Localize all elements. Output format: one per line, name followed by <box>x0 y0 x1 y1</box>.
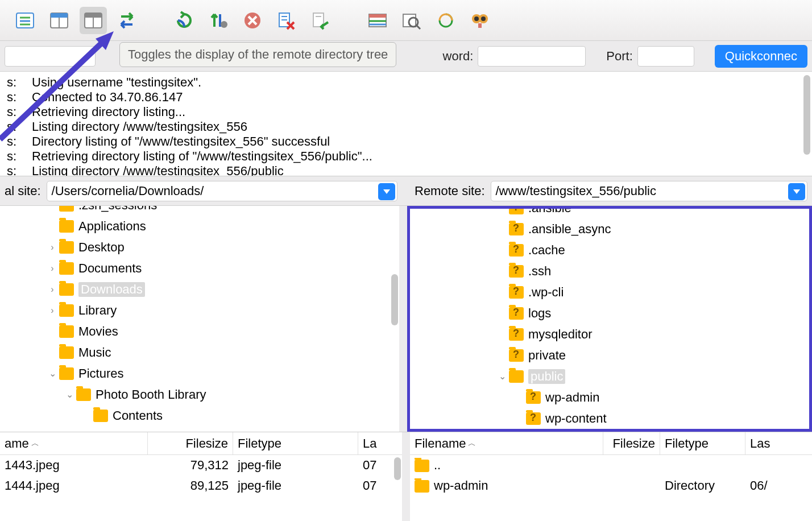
tree-item[interactable]: ⌄Pictures <box>0 363 399 384</box>
tree-item[interactable]: Movies <box>0 321 399 342</box>
sync-browsing-icon[interactable] <box>432 7 459 34</box>
compare-icon[interactable] <box>364 7 391 34</box>
folder-icon <box>59 262 74 275</box>
tree-item[interactable]: mysqleditor <box>410 324 809 345</box>
tree-item-label: .ssh <box>528 264 551 279</box>
scrollbar[interactable] <box>391 274 398 325</box>
local-file-list[interactable]: ame ︿ Filesize Filetype La 1443.jpeg79,3… <box>0 432 402 521</box>
log-line: Using username "testingsitex". <box>32 75 805 90</box>
tree-item[interactable]: .ssh <box>410 260 809 282</box>
tree-item[interactable]: wp-admin <box>410 387 809 408</box>
password-input[interactable] <box>478 46 586 67</box>
tree-item[interactable]: Contents <box>0 405 399 426</box>
tree-item[interactable]: ›Library <box>0 300 399 321</box>
log-line: Directory listing of "/www/testingsitex_… <box>32 134 805 149</box>
port-input[interactable] <box>637 46 694 67</box>
tree-item[interactable]: ›Documents <box>0 258 399 279</box>
remote-tree[interactable]: .ansible.ansible_async.cache.ssh.wp-clil… <box>407 206 812 432</box>
svg-point-30 <box>474 16 479 21</box>
refresh-icon[interactable] <box>171 7 198 34</box>
dropdown-icon[interactable] <box>788 183 805 200</box>
twisty-icon[interactable]: › <box>45 284 59 295</box>
tree-item[interactable]: ⌄public <box>410 366 809 387</box>
remote-list-header[interactable]: Filename ︿ Filesize Filetype Las <box>410 432 812 455</box>
sitemanager-icon[interactable] <box>11 7 39 34</box>
tree-item[interactable]: Applications <box>0 216 399 237</box>
local-list-header[interactable]: ame ︿ Filesize Filetype La <box>0 432 402 455</box>
tree-item-label: mysqleditor <box>528 327 592 342</box>
port-label: Port: <box>606 49 632 64</box>
log-line: Connected to 34.70.86.147 <box>32 90 805 105</box>
twisty-icon[interactable]: › <box>45 305 59 316</box>
process-queue-icon[interactable] <box>205 7 232 34</box>
folder-icon <box>509 307 524 320</box>
folder-icon <box>415 480 429 493</box>
tree-item-label: private <box>528 348 566 363</box>
tree-item[interactable]: ›Downloads <box>0 279 399 300</box>
tree-panels: .zsh_sessionsApplications›Desktop›Docume… <box>0 206 812 432</box>
twisty-icon[interactable]: ⌄ <box>45 368 59 379</box>
tree-item[interactable]: .wp-cli <box>410 282 809 303</box>
tree-item[interactable]: ›Desktop <box>0 237 399 258</box>
tree-item-label: Music <box>78 345 111 360</box>
dropdown-icon[interactable] <box>378 183 395 200</box>
tree-item-label: Documents <box>78 261 142 276</box>
folder-icon <box>93 410 108 422</box>
toggle-remote-tree-icon[interactable] <box>80 7 107 34</box>
tree-item[interactable]: wp-content <box>410 408 809 429</box>
tree-item-label: Library <box>78 303 117 318</box>
tree-item-label: wp-content <box>545 411 607 426</box>
quickconnect-button[interactable]: Quickconnec <box>715 45 807 68</box>
folder-icon <box>76 388 91 401</box>
folder-icon <box>509 349 524 362</box>
file-row[interactable]: .. <box>410 455 812 475</box>
file-row[interactable]: wp-adminDirectory06/ <box>410 475 812 496</box>
remote-path-combo[interactable]: /www/testingsitex_556/public <box>491 181 808 201</box>
file-row[interactable]: 1444.jpeg89,125jpeg-file07 <box>0 475 402 496</box>
remote-file-list[interactable]: Filename ︿ Filesize Filetype Las ..wp-ad… <box>410 432 812 521</box>
tree-item-label: Desktop <box>78 240 125 255</box>
tree-item[interactable]: Music <box>0 342 399 363</box>
tree-item[interactable]: .zsh_sessions <box>0 206 399 216</box>
find-icon[interactable] <box>466 7 494 34</box>
cancel-icon[interactable] <box>239 7 266 34</box>
local-path-combo[interactable]: /Users/cornelia/Downloads/ <box>47 181 397 201</box>
site-bars: al site: /Users/cornelia/Downloads/ Remo… <box>0 176 812 206</box>
host-input[interactable] <box>5 46 96 67</box>
toolbar: Toggles the display of the remote direct… <box>0 0 812 41</box>
twisty-icon[interactable]: ⌄ <box>495 371 509 382</box>
folder-icon <box>509 265 524 278</box>
folder-icon <box>509 328 524 341</box>
tree-item[interactable]: private <box>410 345 809 366</box>
svg-point-31 <box>481 16 486 21</box>
tree-item-label: Movies <box>78 324 118 339</box>
tree-item[interactable]: ⌄Photo Booth Library <box>0 384 399 405</box>
folder-icon <box>59 220 74 233</box>
search-icon[interactable] <box>398 7 425 34</box>
folder-icon <box>59 241 74 254</box>
svg-rect-5 <box>51 13 68 18</box>
local-tree[interactable]: .zsh_sessionsApplications›Desktop›Docume… <box>0 206 399 432</box>
disconnect-icon[interactable] <box>273 7 300 34</box>
scrollbar[interactable] <box>394 457 401 480</box>
twisty-icon[interactable]: › <box>45 242 59 253</box>
tree-item[interactable]: .cache <box>410 239 809 260</box>
scrollbar[interactable] <box>803 75 810 155</box>
log-line: Listing directory /www/testingsitex_556 <box>32 119 805 134</box>
twisty-icon[interactable]: › <box>45 263 59 274</box>
folder-icon <box>526 391 541 404</box>
folder-icon <box>59 325 74 338</box>
tree-item[interactable]: .ansible_async <box>410 218 809 239</box>
tree-item-label: .ansible <box>528 206 571 216</box>
tree-item[interactable]: .ansible <box>410 206 809 218</box>
tree-item-label: public <box>528 369 565 384</box>
folder-icon <box>509 286 524 299</box>
toggle-local-tree-icon[interactable] <box>45 7 73 34</box>
tree-item-label: Pictures <box>78 366 123 381</box>
reconnect-icon[interactable] <box>307 7 334 34</box>
tree-item-label: .cache <box>528 243 565 258</box>
tree-item[interactable]: logs <box>410 303 809 324</box>
twisty-icon[interactable]: ⌄ <box>63 389 76 400</box>
file-row[interactable]: 1443.jpeg79,312jpeg-file07 <box>0 455 402 475</box>
transfer-queue-icon[interactable] <box>114 7 141 34</box>
